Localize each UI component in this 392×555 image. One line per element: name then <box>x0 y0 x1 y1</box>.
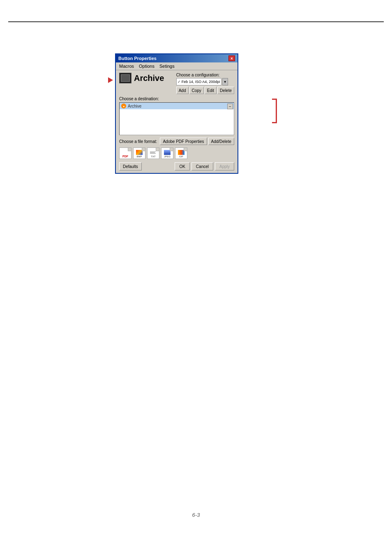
config-dropdown-arrow[interactable]: ▼ <box>222 78 228 85</box>
check-icon: ✓ <box>178 80 181 84</box>
jpeg-icon-label: JPEG <box>164 155 171 158</box>
bmp-icon-box: BMP <box>133 147 145 159</box>
jpeg-icon-box: JPEG <box>161 147 173 159</box>
format-icons-row: PDF BMP <box>119 147 234 160</box>
ok-cancel-row: OK Cancel Apply <box>175 162 234 170</box>
dialog-top-section: Archive Choose a configuration: ✓ Feb 14… <box>119 73 234 94</box>
page-number: 6-3 <box>192 512 200 518</box>
gif-icon-box: GIF <box>175 147 187 159</box>
pdf-icon-box: PDF <box>119 147 131 159</box>
defaults-button[interactable]: Defaults <box>119 162 142 170</box>
bmp-icon-label: BMP <box>136 155 142 158</box>
archive-label: Archive <box>134 74 164 83</box>
destination-label: Choose a destination: <box>119 97 234 101</box>
format-icon-txt[interactable]: TXT <box>147 147 159 159</box>
dialog-title: Button Properties <box>118 56 157 61</box>
dialog-titlebar: Button Properties × <box>116 54 238 62</box>
add-delete-button[interactable]: Add/Delete <box>208 138 234 145</box>
destination-item-text: Archive <box>128 104 141 108</box>
config-dropdown-row: ✓ Feb 14, ISO A4, 200dpi ▼ <box>176 78 228 85</box>
copy-button[interactable]: Copy <box>189 87 204 94</box>
txt-icon-label: TXT <box>151 155 155 158</box>
pdf-icon-label: PDF <box>122 155 128 158</box>
menu-options[interactable]: Options <box>137 63 156 69</box>
menu-macros[interactable]: Macros <box>118 63 136 69</box>
file-format-row: Choose a file format: Adobe PDF Properti… <box>119 138 234 145</box>
annotation-arrow-left <box>108 77 113 83</box>
gif-icon-label: GIF <box>179 155 183 158</box>
format-icon-jpeg[interactable]: JPEG <box>161 147 173 159</box>
file-format-buttons: Adobe PDF Properties Add/Delete <box>160 138 234 145</box>
delete-button[interactable]: Delete <box>217 87 234 94</box>
ok-button[interactable]: OK <box>175 162 189 170</box>
top-rule <box>8 21 384 22</box>
edit-button[interactable]: Edit <box>205 87 217 94</box>
menu-settings[interactable]: Setings <box>158 63 176 69</box>
format-icon-pdf[interactable]: PDF <box>119 147 131 159</box>
config-label: Choose a configuration: <box>176 73 220 77</box>
format-icon-bmp[interactable]: BMP <box>133 147 145 159</box>
apply-button[interactable]: Apply <box>215 162 234 170</box>
txt-icon-box: TXT <box>147 147 159 159</box>
format-icon-gif[interactable]: GIF <box>175 147 187 159</box>
destination-minus-button[interactable]: − <box>227 104 233 109</box>
adobe-pdf-properties-button[interactable]: Adobe PDF Properties <box>160 138 207 145</box>
archive-icon <box>119 73 131 83</box>
cancel-button[interactable]: Cancel <box>191 162 213 170</box>
dialog-wrapper: Button Properties × Macros Options Setin… <box>115 53 242 174</box>
config-section: Choose a configuration: ✓ Feb 14, ISO A4… <box>176 73 234 94</box>
dialog-body: Archive Choose a configuration: ✓ Feb 14… <box>116 70 238 173</box>
config-buttons-row: Add Copy Edit Delete <box>176 87 234 94</box>
dialog-menubar: Macros Options Setings <box>116 62 238 70</box>
add-button[interactable]: Add <box>176 87 189 94</box>
dialog-button-properties: Button Properties × Macros Options Setin… <box>115 53 238 174</box>
annotation-bracket-right <box>272 99 277 123</box>
destination-item-icon: ● <box>121 104 126 108</box>
destination-item[interactable]: ● Archive <box>120 103 234 109</box>
close-button[interactable]: × <box>228 55 235 61</box>
config-dropdown[interactable]: ✓ Feb 14, ISO A4, 200dpi <box>176 78 221 85</box>
destination-list[interactable]: ● Archive − <box>119 102 234 135</box>
config-value: Feb 14, ISO A4, 200dpi <box>182 80 220 84</box>
archive-name-area: Archive <box>119 73 164 83</box>
file-format-label: Choose a file format: <box>119 139 157 144</box>
dialog-bottom-row: Defaults OK Cancel Apply <box>119 162 234 170</box>
